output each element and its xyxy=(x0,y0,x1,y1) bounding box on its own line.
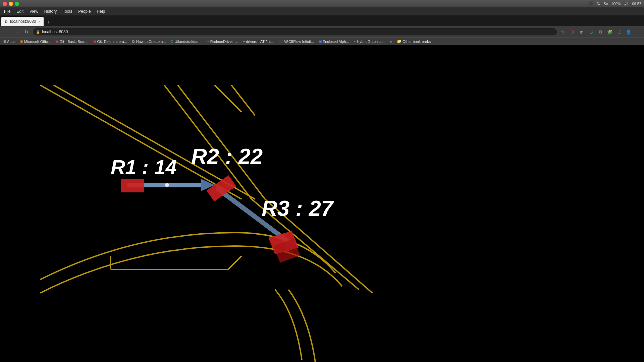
bookmark-git2-label: Git: Delete a bra... xyxy=(97,40,127,44)
svg-line-5 xyxy=(231,85,255,115)
hp-icon: ⬛ xyxy=(588,1,593,6)
menu-help[interactable]: Help xyxy=(94,7,108,15)
clock: 09:57 xyxy=(632,2,641,6)
bookmark-microsoft[interactable]: ▣ Microsoft Offic... xyxy=(18,39,53,45)
label-r3: R3 : 27 xyxy=(262,196,333,221)
radeon-icon: ● xyxy=(207,40,209,43)
hybrid-icon: ● xyxy=(354,40,356,43)
menubar: File Edit View History Tools People Help xyxy=(0,7,644,15)
bookmark-apps[interactable]: ⊞ Apps xyxy=(1,39,17,45)
bookmark-git2[interactable]: ▣ Git: Delete a bra... xyxy=(91,39,129,45)
bookmark-hybrid-label: HybridGraphics... xyxy=(357,40,385,44)
label-r1: R1 : 14 xyxy=(111,156,177,179)
reload-button[interactable]: ↻ xyxy=(22,27,31,36)
utland-icon: ⬡ xyxy=(170,40,173,43)
git2-icon: ▣ xyxy=(93,40,96,43)
label-r2: R2 : 22 xyxy=(191,144,263,169)
git1-icon: ▣ xyxy=(55,40,58,43)
other-bookmarks-label: Other bookmarks xyxy=(402,40,431,44)
bookmark-apps-label: Apps xyxy=(7,40,15,44)
active-tab[interactable]: 🗋 localhost:8080 × xyxy=(1,17,44,26)
flow-icon[interactable]: ⊙ xyxy=(587,28,595,36)
menu-history[interactable]: History xyxy=(42,7,59,15)
menu-view[interactable]: View xyxy=(27,7,41,15)
titlebar: ⬛ ⇅ Sc 100% 🔊 09:57 xyxy=(0,0,644,7)
profile-icon[interactable]: 👤 xyxy=(625,28,633,36)
menu-tools[interactable]: Tools xyxy=(60,7,75,15)
bookmark-enclosed[interactable]: ▣ Enclosed Alph... xyxy=(317,39,351,45)
bookmark-star-icon[interactable]: ☆ xyxy=(559,28,567,36)
tabbar: 🗋 localhost:8080 × + xyxy=(0,15,644,26)
bookmarks-bar: ⊞ Apps ▣ Microsoft Offic... ▣ Git - Basi… xyxy=(0,38,644,45)
bookmark-drivers[interactable]: ● drivers - ATI/Int... xyxy=(241,39,276,45)
titlebar-right: ⬛ ⇅ Sc 100% 🔊 09:57 xyxy=(588,1,641,6)
menu-edit[interactable]: Edit xyxy=(14,7,26,15)
bookmark-git1[interactable]: ▣ Git - Basic Bran... xyxy=(53,39,90,45)
bookmark-hybrid[interactable]: ● HybridGraphics... xyxy=(352,39,387,45)
window-controls xyxy=(3,2,19,6)
forward-button[interactable]: → xyxy=(12,27,21,36)
navbar-right: ☆ O m ⊙ ⚙ 🧩 ⬡ 👤 ⋮ xyxy=(559,28,642,36)
canvas-area[interactable]: R1 : 14 R2 : 22 R3 : 27 xyxy=(0,45,644,362)
bookmark-git1-label: Git - Basic Bran... xyxy=(59,40,88,44)
extensions-icon[interactable]: 🧩 xyxy=(606,28,614,36)
minimize-button[interactable] xyxy=(9,2,13,6)
bookmark-radeon-label: RadeonDriver -... xyxy=(210,40,238,44)
new-tab-button[interactable]: + xyxy=(44,18,52,26)
url-text: localhost:8080 xyxy=(42,29,68,34)
url-bar[interactable]: 🔒 localhost:8080 xyxy=(32,28,557,36)
bookmark-enclosed-label: Enclosed Alph... xyxy=(323,40,349,44)
ascii-icon: ⬛ xyxy=(278,40,282,43)
volume-icon: 🔊 xyxy=(624,2,629,6)
menu-people[interactable]: People xyxy=(75,7,93,15)
url-security-icon: 🔒 xyxy=(36,30,40,34)
main-content: R1 : 14 R2 : 22 R3 : 27 xyxy=(0,45,644,362)
opera-icon[interactable]: O xyxy=(568,28,576,36)
bookmarks-more-button[interactable]: » xyxy=(388,40,394,44)
svg-line-10 xyxy=(228,256,241,269)
drivers-icon: ● xyxy=(243,40,245,43)
navbar: ← → ↻ 🔒 localhost:8080 ☆ O m ⊙ ⚙ 🧩 ⬡ 👤 ⋮ xyxy=(0,26,644,38)
enclosed-icon: ▣ xyxy=(319,40,322,43)
m-icon[interactable]: m xyxy=(578,28,586,36)
bookmark-utland[interactable]: ⬡ Utlandstraktam... xyxy=(168,39,204,45)
bookmark-microsoft-label: Microsoft Offic... xyxy=(24,40,51,44)
tab-favicon: 🗋 xyxy=(5,20,8,23)
bookmark-ascii-label: ASCIIFlow Infinit... xyxy=(283,40,314,44)
sc-icon: Sc xyxy=(603,2,608,6)
settings-icon[interactable]: ⚙ xyxy=(596,28,604,36)
vpn-icon[interactable]: ⬡ xyxy=(615,28,623,36)
tab-close-button[interactable]: × xyxy=(38,19,40,23)
battery-status: 100% xyxy=(611,2,621,6)
folder-icon: 📁 xyxy=(397,39,401,44)
menu-icon[interactable]: ⋮ xyxy=(634,28,642,36)
svg-marker-13 xyxy=(121,179,144,192)
bookmark-ascii[interactable]: ⬛ ASCIIFlow Infinit... xyxy=(276,39,316,45)
maximize-button[interactable] xyxy=(15,2,19,6)
microsoft-icon: ▣ xyxy=(20,40,23,43)
svg-line-4 xyxy=(215,85,241,112)
bookmarks-other-folder[interactable]: 📁 Other bookmarks xyxy=(395,39,433,44)
apps-icon: ⊞ xyxy=(3,40,6,43)
svg-point-14 xyxy=(165,183,169,187)
bookmark-howto-label: How to Create a... xyxy=(136,40,166,44)
close-button[interactable] xyxy=(3,2,7,6)
bookmark-radeon[interactable]: ● RadeonDriver -... xyxy=(205,39,240,45)
back-button[interactable]: ← xyxy=(2,27,11,36)
menu-file[interactable]: File xyxy=(1,7,13,15)
bookmark-utland-label: Utlandstraktam... xyxy=(174,40,202,44)
howto-icon: 🗋 xyxy=(132,40,135,43)
sys-tray-icon: ⇅ xyxy=(597,1,600,6)
bookmark-drivers-label: drivers - ATI/Int... xyxy=(246,40,274,44)
bookmark-howto[interactable]: 🗋 How to Create a... xyxy=(130,39,168,45)
tab-label: localhost:8080 xyxy=(10,19,36,24)
